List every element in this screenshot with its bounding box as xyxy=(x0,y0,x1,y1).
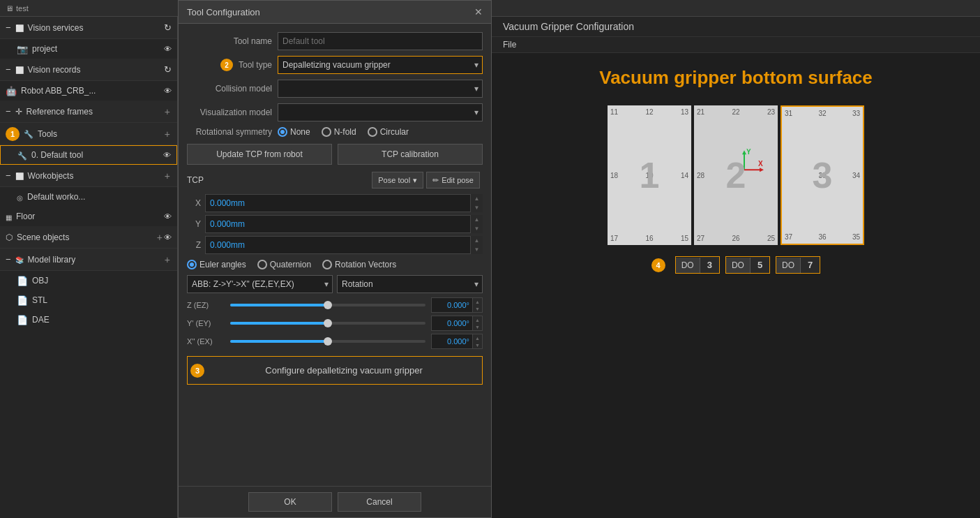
y-spin-up[interactable]: ▲ xyxy=(471,215,483,224)
tool-type-select-wrapper: Depalletizing vacuum gripper Standard Cu… xyxy=(278,56,483,74)
sidebar-item-dae[interactable]: 📄 DAE xyxy=(0,310,177,330)
eye-icon[interactable] xyxy=(164,232,172,242)
z-input[interactable] xyxy=(205,236,483,254)
sidebar-item-obj[interactable]: 📄 OBJ xyxy=(0,271,177,290)
rotation-type-select-wrapper: Rotation xyxy=(337,275,483,293)
z-spin-down[interactable]: ▼ xyxy=(471,245,483,254)
sidebar-item-scene-objects[interactable]: ⬡ Scene objects xyxy=(0,226,177,249)
add-workobject-button[interactable] xyxy=(163,170,172,182)
robot-icon: 🤖 xyxy=(6,86,17,96)
rot-sym-circular[interactable]: Circular xyxy=(368,127,409,137)
ez-input[interactable] xyxy=(431,297,473,313)
panel-2-big-num: 2 xyxy=(726,154,746,196)
vacuum-title: Vacuum gripper bottom surface xyxy=(599,67,873,89)
sidebar-item-reference-frames[interactable]: ✛ Reference frames xyxy=(0,101,177,123)
update-tcp-button[interactable]: Update TCP from robot xyxy=(187,144,332,165)
ex-spin-up[interactable]: ▲ xyxy=(473,334,482,341)
do-value-1[interactable]: 3 xyxy=(700,257,719,273)
ey-spin-down[interactable]: ▼ xyxy=(473,323,482,330)
sidebar-item-project[interactable]: 📷 project xyxy=(0,39,177,59)
rot-sym-none[interactable]: None xyxy=(278,127,310,137)
rot-sym-nfold[interactable]: N-fold xyxy=(322,127,356,137)
ez-spin-up[interactable]: ▲ xyxy=(473,298,482,305)
ey-track[interactable] xyxy=(230,322,425,325)
expand-icon xyxy=(6,170,11,181)
configure-depalletizing-button[interactable]: Configure depalletizing vacuum gripper xyxy=(207,358,481,383)
y-spin-down[interactable]: ▼ xyxy=(471,224,483,233)
ex-thumb[interactable] xyxy=(324,337,332,346)
wrench-icon xyxy=(17,150,27,161)
ey-input[interactable] xyxy=(431,316,473,331)
ez-fill xyxy=(230,304,328,306)
sidebar-item-stl[interactable]: 📄 STL xyxy=(0,290,177,310)
rotational-symmetry-label: Rotational symmetry xyxy=(187,127,278,137)
x-spin: ▲ ▼ xyxy=(470,194,483,212)
modal-body: Tool name 2 Tool type Depalletizing vacu… xyxy=(179,24,491,486)
rotation-type-select[interactable]: Rotation xyxy=(337,275,483,293)
euler-angles-option[interactable]: Euler angles xyxy=(187,260,246,269)
ex-input[interactable] xyxy=(431,334,473,349)
sidebar-item-vision-records[interactable]: Vision records xyxy=(0,59,177,81)
visualization-model-select[interactable] xyxy=(278,103,483,121)
right-panel: Vacuum Gripper Configuration File Vacuum… xyxy=(492,17,980,518)
quaternion-option[interactable]: Quaternion xyxy=(257,260,311,269)
tool-name-row: Tool name xyxy=(187,32,483,50)
ey-thumb[interactable] xyxy=(324,319,332,327)
z-label: Z xyxy=(187,240,201,250)
num-17: 17 xyxy=(610,235,618,242)
sidebar-item-default-workobject[interactable]: Default worko... xyxy=(0,187,177,207)
tool-name-input[interactable] xyxy=(278,32,483,50)
add-model-button[interactable] xyxy=(163,254,172,265)
pose-tool-button[interactable]: Pose tool ▾ xyxy=(372,172,423,188)
svg-text:Y: Y xyxy=(746,149,751,156)
tool-type-select[interactable]: Depalletizing vacuum gripper Standard Cu… xyxy=(278,56,483,74)
x-spin-up[interactable]: ▲ xyxy=(471,194,483,203)
file-menu[interactable]: File xyxy=(503,40,516,50)
eye-icon[interactable] xyxy=(164,212,172,221)
ey-spin-up[interactable]: ▲ xyxy=(473,316,482,323)
y-input[interactable] xyxy=(205,215,483,233)
do-label-2: DO xyxy=(726,258,751,273)
sidebar-item-robot[interactable]: 🤖 Robot ABB_CRB_... xyxy=(0,81,177,101)
ez-track[interactable] xyxy=(230,304,425,306)
modal-title: Tool Configuration xyxy=(187,17,260,17)
num-33: 33 xyxy=(852,110,860,117)
sidebar-item-tools[interactable]: 1 Tools xyxy=(0,123,177,145)
sidebar-item-floor[interactable]: Floor xyxy=(0,207,177,226)
tcp-calibration-button[interactable]: TCP calibration xyxy=(338,144,483,165)
close-button[interactable]: ✕ xyxy=(474,17,483,17)
ez-spin: ▲ ▼ xyxy=(473,297,483,313)
rotation-convention-select[interactable]: ABB: Z->Y'->X'' (EZ,EY,EX) xyxy=(187,275,333,293)
refresh-icon[interactable] xyxy=(164,22,172,33)
ok-button[interactable]: OK xyxy=(248,492,332,512)
x-input[interactable] xyxy=(205,194,483,212)
sidebar-item-model-library[interactable]: Model library xyxy=(0,249,177,271)
add-reference-frame-button[interactable] xyxy=(163,106,172,117)
z-spin-up[interactable]: ▲ xyxy=(471,236,483,245)
panel-3-big-num: 3 xyxy=(813,154,833,196)
x-spin-down[interactable]: ▼ xyxy=(471,203,483,212)
eye-icon[interactable] xyxy=(164,44,172,54)
rotation-vectors-option[interactable]: Rotation Vectors xyxy=(322,260,396,269)
do-value-2[interactable]: 5 xyxy=(751,257,769,273)
add-scene-object-button[interactable] xyxy=(156,232,164,243)
x-input-wrapper: ▲ ▼ xyxy=(205,194,483,212)
add-tool-button[interactable] xyxy=(163,128,172,140)
ex-track[interactable] xyxy=(230,340,425,343)
angle-type-row: Euler angles Quaternion Rotation Vectors xyxy=(187,260,483,269)
sidebar-item-vision-services[interactable]: Vision services xyxy=(0,17,177,39)
sidebar-item-default-tool[interactable]: 0. Default tool xyxy=(0,145,177,165)
eye-icon[interactable] xyxy=(163,150,171,160)
cancel-button[interactable]: Cancel xyxy=(338,492,421,512)
ez-spin-down[interactable]: ▼ xyxy=(473,305,482,312)
sidebar-item-workobjects[interactable]: Workobjects xyxy=(0,165,177,187)
edit-pose-button[interactable]: ✏ Edit pose xyxy=(426,172,480,188)
tool-configuration-modal: Tool Configuration ✕ Tool name 2 Tool ty… xyxy=(178,17,492,518)
collision-model-select[interactable] xyxy=(278,80,483,98)
ez-thumb[interactable] xyxy=(324,301,332,309)
eye-icon[interactable] xyxy=(164,86,172,96)
ex-spin-down[interactable]: ▼ xyxy=(473,341,482,348)
do-value-3[interactable]: 7 xyxy=(801,257,820,273)
expand-icon xyxy=(6,254,11,265)
refresh-icon[interactable] xyxy=(164,64,172,75)
